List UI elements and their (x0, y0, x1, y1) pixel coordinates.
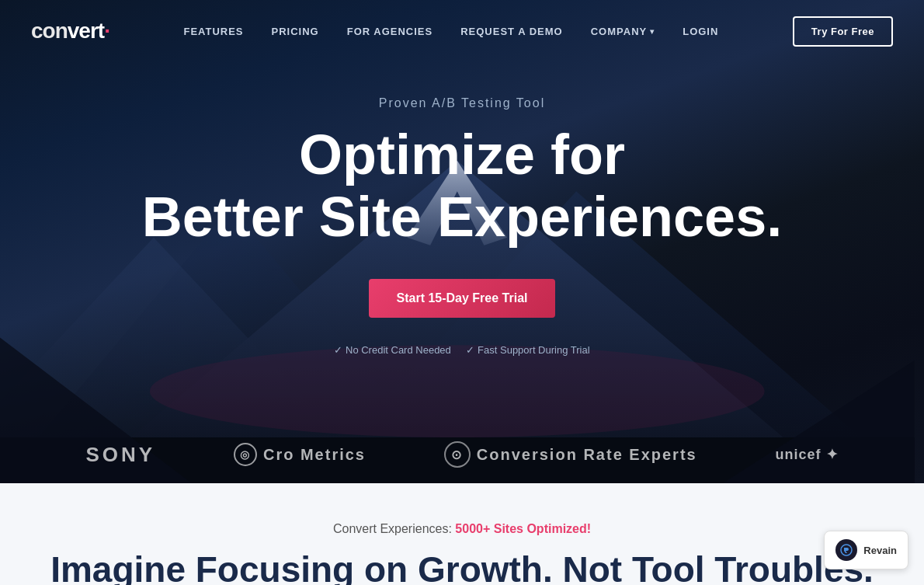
hero-content: Proven A/B Testing Tool Optimize for Bet… (127, 96, 797, 355)
nav-login[interactable]: LOGIN (683, 26, 718, 37)
unicef-logo: unicef ✦ (776, 446, 839, 463)
client-logos: SONY ◎ Cro Metrics ⊙ Conversion Rate Exp… (0, 426, 924, 483)
nav-features[interactable]: FEATURES (183, 26, 243, 37)
chevron-down-icon: ▾ (650, 27, 655, 36)
nav-links: FEATURES PRICING FOR AGENCIES REQUEST A … (183, 24, 718, 38)
nav-pricing[interactable]: PRICING (272, 26, 319, 37)
navbar: convert· FEATURES PRICING FOR AGENCIES R… (0, 0, 924, 62)
cro-metrics-logo: ◎ Cro Metrics (234, 443, 366, 466)
no-credit-card-badge: ✓ No Credit Card Needed (334, 344, 450, 356)
hero-trust-badges: ✓ No Credit Card Needed ✓ Fast Support D… (142, 344, 782, 356)
revain-widget[interactable]: Revain (824, 531, 908, 569)
hero-title: Optimize for Better Site Experiences. (142, 124, 782, 247)
nav-company[interactable]: COMPANY ▾ (591, 26, 655, 37)
revain-icon (835, 539, 857, 561)
bottom-title: Imagine Focusing on Growth. Not Tool Tro… (31, 548, 893, 585)
sites-count-highlight: 5000+ Sites Optimized! (455, 522, 591, 535)
conversion-rate-experts-logo: ⊙ Conversion Rate Experts (444, 441, 697, 468)
nav-request-demo[interactable]: REQUEST A DEMO (460, 26, 563, 37)
start-trial-button[interactable]: Start 15-Day Free Trial (369, 279, 556, 318)
hero-subtitle: Proven A/B Testing Tool (142, 96, 782, 110)
fast-support-badge: ✓ Fast Support During Trial (466, 344, 589, 356)
logo[interactable]: convert· (31, 19, 109, 44)
svg-point-8 (150, 345, 765, 437)
nav-for-agencies[interactable]: FOR AGENCIES (347, 26, 432, 37)
try-for-free-button[interactable]: Try For Free (793, 16, 893, 47)
revain-logo-svg (840, 544, 853, 556)
bottom-label: Convert Experiences: 5000+ Sites Optimiz… (31, 522, 893, 536)
cro-metrics-icon: ◎ (234, 443, 257, 466)
cre-icon: ⊙ (444, 441, 471, 468)
bottom-section: Convert Experiences: 5000+ Sites Optimiz… (0, 483, 924, 585)
sony-logo: SONY (85, 443, 155, 467)
revain-label: Revain (863, 545, 897, 556)
hero-section: Proven A/B Testing Tool Optimize for Bet… (0, 0, 924, 483)
